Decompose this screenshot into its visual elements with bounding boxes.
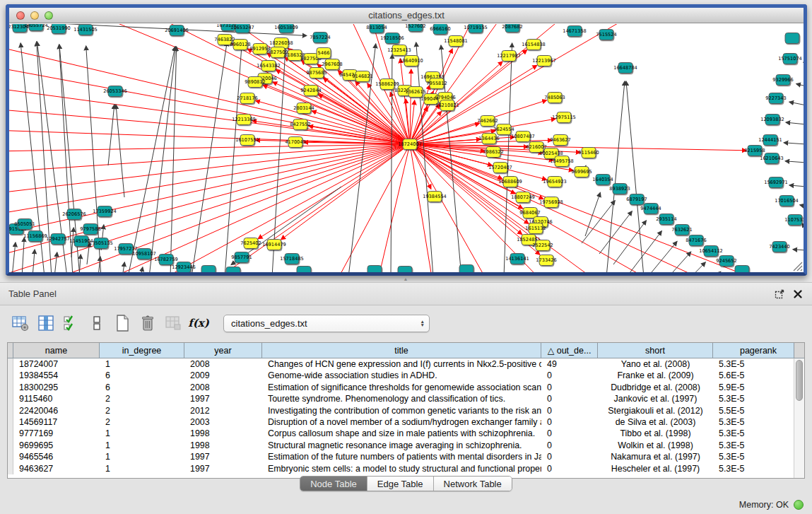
graph-node[interactable]: 8505051	[14, 219, 35, 230]
graph-node[interactable]: 10719155	[464, 24, 488, 33]
graph-node[interactable]: 15718485	[280, 254, 304, 264]
graph-node[interactable]: 9474444	[640, 204, 661, 214]
citation-edge[interactable]	[141, 267, 143, 272]
citation-edge[interactable]	[585, 192, 600, 236]
graph-node[interactable]: 12213967	[532, 56, 556, 66]
tab-edge-table[interactable]: Edge Table	[367, 477, 434, 491]
citation-edge[interactable]	[12, 243, 16, 272]
float-panel-icon[interactable]	[774, 288, 785, 300]
graph-node[interactable]: 9890812	[245, 77, 265, 88]
column-header-short[interactable]: short	[598, 343, 713, 358]
graph-node[interactable]: 10807487	[511, 132, 535, 142]
graph-node[interactable]: 12975115	[552, 112, 576, 123]
zoom-window-button[interactable]	[45, 11, 53, 20]
graph-node[interactable]: 6966160	[430, 24, 450, 35]
graph-node[interactable]: 1107533	[784, 215, 804, 226]
graph-node[interactable]: 7625402	[240, 238, 261, 249]
column-header-in_degree[interactable]: in_degree	[100, 343, 184, 358]
citation-edge[interactable]	[693, 271, 721, 272]
graph-node[interactable]: 12217987	[497, 51, 521, 62]
graph-node[interactable]: 7423440	[769, 242, 789, 252]
table-selector-dropdown[interactable]: citations_edges.txt ▲▼	[223, 315, 430, 332]
function-builder-icon[interactable]: f(x)	[189, 314, 208, 332]
graph-node[interactable]: 15692971	[764, 177, 788, 188]
citation-edge[interactable]	[504, 43, 512, 272]
table-row[interactable]: 1938455462009Genome-wide association stu…	[8, 370, 794, 381]
graph-node[interactable]	[785, 33, 799, 44]
graph-node[interactable]	[398, 267, 412, 273]
graph-node[interactable]: 8471676	[686, 235, 706, 246]
graph-node[interactable]: 8938923	[609, 184, 630, 194]
citation-edge[interactable]	[54, 252, 57, 272]
graph-node[interactable]: 12923446	[172, 262, 196, 273]
table-row[interactable]: 2242004622012Investigating the contribut…	[8, 405, 794, 416]
citation-edge-red[interactable]	[319, 95, 410, 144]
graph-node[interactable]: 7515524	[596, 30, 616, 40]
graph-node[interactable]: 7462662	[477, 116, 498, 127]
graph-node[interactable]: 7632621	[671, 225, 692, 235]
graph-node[interactable]: 19218506	[380, 33, 404, 44]
graph-node[interactable]: 15720407	[488, 163, 512, 173]
graph-node[interactable]	[367, 266, 382, 273]
citation-edge[interactable]	[784, 143, 804, 144]
citation-edge[interactable]	[796, 84, 804, 86]
graph-node[interactable]: 7857224	[310, 33, 330, 43]
citation-edge-red[interactable]	[410, 144, 543, 199]
graph-node[interactable]: 10654112	[699, 246, 723, 257]
minimize-window-button[interactable]	[30, 11, 39, 20]
table-row[interactable]: 946554611997Estimation of the future num…	[8, 451, 794, 462]
graph-node[interactable]: 2967608	[322, 59, 342, 70]
graph-node[interactable]: 16107552	[235, 135, 259, 146]
select-columns-icon[interactable]	[62, 314, 81, 332]
graph-node[interactable]: 9699695	[571, 167, 592, 177]
graph-node[interactable]: 20691406	[165, 25, 189, 36]
graph-node[interactable]: 2087682	[502, 24, 522, 33]
tab-node-table[interactable]: Node Table	[300, 477, 367, 491]
citation-edge[interactable]	[108, 105, 114, 165]
column-header-year[interactable]: year	[184, 343, 262, 358]
citation-edge-red[interactable]	[9, 45, 410, 144]
graph-node[interactable]: 19654923	[543, 177, 567, 187]
citation-edge[interactable]	[793, 250, 804, 250]
citation-edge[interactable]	[789, 185, 804, 187]
table-row[interactable]: 1872400712008Changes of HCN gene express…	[8, 358, 794, 370]
citation-edge-red[interactable]	[9, 88, 410, 144]
graph-node[interactable]: 9875685	[306, 68, 326, 78]
citation-edge-red[interactable]	[334, 144, 410, 272]
graph-node[interactable]	[735, 266, 749, 273]
graph-node[interactable]: 4170043	[285, 137, 305, 148]
graph-node[interactable]: 1733426	[536, 255, 556, 266]
graph-node[interactable]	[201, 266, 216, 273]
graph-node[interactable]: 12444151	[758, 135, 782, 146]
show-column-icon[interactable]	[37, 314, 55, 332]
graph-node[interactable]: 9245652	[716, 256, 736, 267]
column-header-title[interactable]: title	[262, 343, 541, 358]
citation-edge[interactable]	[599, 211, 632, 254]
close-panel-icon[interactable]	[792, 288, 804, 300]
row-height-icon[interactable]	[88, 314, 106, 332]
citation-edge[interactable]	[789, 102, 804, 105]
graph-node[interactable]: 2718176	[237, 93, 257, 104]
graph-node[interactable]: 8215958	[744, 146, 765, 156]
table-settings-icon[interactable]	[11, 314, 30, 332]
citation-edge[interactable]	[128, 47, 175, 272]
graph-node[interactable]: 8813054	[366, 24, 387, 33]
citation-edge[interactable]	[677, 262, 705, 272]
citation-edge[interactable]	[225, 44, 242, 272]
table-row[interactable]: 911546021997Tourette syndrome. Phenomeno…	[8, 393, 794, 404]
graph-node[interactable]: 19384554	[423, 192, 447, 202]
graph-node[interactable]: 10653247	[230, 24, 254, 33]
graph-node[interactable]: 2935114	[656, 214, 676, 225]
citation-edge-red[interactable]	[9, 130, 410, 144]
graph-node[interactable]: 5466	[317, 48, 331, 59]
citation-edge-red[interactable]	[9, 144, 410, 151]
graph-node[interactable]: 7986322	[483, 147, 503, 158]
panel-splitter[interactable]: ▲	[402, 277, 409, 281]
graph-node[interactable]: 17016504	[775, 196, 799, 206]
graph-node[interactable]: 20531990	[47, 24, 71, 34]
graph-node[interactable]	[297, 267, 311, 273]
resize-grip[interactable]	[794, 262, 802, 271]
graph-node[interactable]: 16648784	[613, 63, 637, 74]
table-row[interactable]: 977716911998Corpus callosum shape and si…	[8, 428, 794, 439]
graph-node[interactable]: 1615132	[525, 223, 546, 234]
